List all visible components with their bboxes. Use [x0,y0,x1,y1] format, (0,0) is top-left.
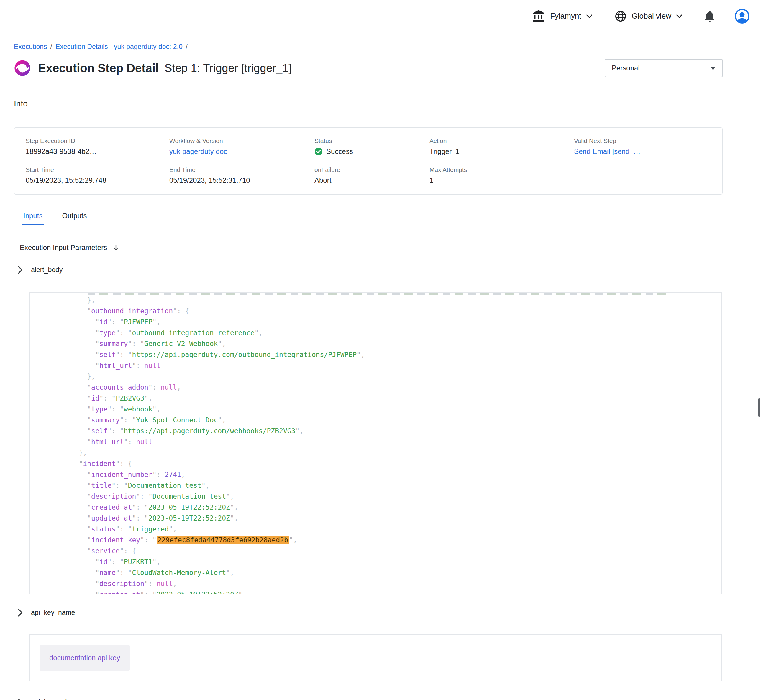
page-scrollbar-thumb[interactable] [758,398,760,417]
scope-select[interactable]: Personal [605,59,723,77]
view-selector[interactable]: Global view [614,10,683,23]
code-line: "name": "CloudWatch-Memory-Alert", [38,567,722,578]
view-label: Global view [632,11,671,20]
field-label: Max Attempts [429,166,574,173]
tab-inputs[interactable]: Inputs [22,208,44,225]
code-line: "accounts_addon": null, [38,382,722,393]
field-action: Action Trigger_1 [429,138,574,156]
api-key-name-panel: documentation api key [30,634,722,681]
field-end-time: End Time 05/19/2023, 15:52:31.710 [169,166,315,184]
info-heading: Info [14,99,723,109]
tab-outputs[interactable]: Outputs [61,208,88,225]
code-line: "id": "PUZKRT1", [38,556,722,567]
main-content: Executions/Execution Details - yuk pager… [0,42,761,700]
status-badge: Success [315,147,429,156]
field-value: 18992a43-9538-4b2… [26,147,169,156]
section-alert-body[interactable]: alert_body [14,258,723,281]
field-value: Trigger_1 [429,147,574,156]
breadcrumb-executions[interactable]: Executions [14,43,47,50]
code-line: "self": "https://api.pagerduty.com/outbo… [38,349,722,360]
field-value: 1 [429,176,574,184]
divider [14,116,723,116]
section-label: api_key_name [31,608,75,617]
breadcrumb-separator: / [186,43,188,50]
field-valid-next-step: Valid Next Step Send Email [send_… [574,138,711,156]
section-label: alert_body [31,265,63,274]
section-api-key-value[interactable]: api_key_value [14,691,723,700]
code-line: "description": null, [38,578,722,589]
api-key-name-chip: documentation api key [39,645,130,670]
chevron-right-icon [18,698,23,700]
params-heading: Execution Input Parameters [20,243,107,252]
execution-input-parameters-header: Execution Input Parameters [14,237,723,258]
field-max-attempts: Max Attempts 1 [429,166,574,184]
section-api-key-name[interactable]: api_key_name [14,601,723,624]
org-selector[interactable]: Fylamynt [532,9,592,23]
code-line: }, [38,295,722,306]
field-label: End Time [169,166,315,173]
page-title: Execution Step Detail [38,62,159,75]
json-code: }, "outbound_integration": { "id": "PJFW… [30,295,722,594]
field-start-time: Start Time 05/19/2023, 15:52:29.748 [26,166,169,184]
field-empty [574,166,711,184]
code-line: "status": "triggered", [38,524,722,534]
field-value: Abort [315,176,429,184]
code-line: "html_url": null [38,436,722,447]
chevron-right-icon [18,266,23,274]
breadcrumb: Executions/Execution Details - yuk pager… [14,42,723,51]
info-panel: Step Execution ID 18992a43-9538-4b2… Wor… [14,127,723,195]
arrow-down-icon[interactable] [112,244,120,252]
code-line: "updated_at": "2023-05-19T22:52:20Z", [38,513,722,524]
org-label: Fylamynt [550,11,581,20]
highlighted-incident-key: 229efec8feda44778d3fe692b28aed2b [157,536,289,544]
success-check-icon [315,147,323,156]
tab-bar: Inputs Outputs [14,208,723,225]
code-line: "description": "Documentation test", [38,491,722,502]
code-line: "html_url": null [38,360,722,371]
field-label: onFailure [315,166,429,173]
next-step-link[interactable]: Send Email [send_… [574,147,711,156]
code-line: "type": "outbound_integration_reference"… [38,327,722,338]
breadcrumb-separator: / [50,43,52,50]
code-line: "id": "PJFWPEP", [38,317,722,327]
divider [14,87,723,87]
code-line: "self": "https://api.pagerduty.com/webho… [38,426,722,436]
field-label: Start Time [26,166,169,173]
clipped-code-line [88,293,669,295]
code-line: "id": "PZB2VG3", [38,393,722,404]
chevron-right-icon [18,609,23,617]
workflow-link[interactable]: yuk pagerduty doc [169,147,315,156]
field-label: Status [315,138,429,144]
code-line: "service": { [38,545,722,556]
code-line: "title": "Documentation test", [38,480,722,491]
field-label: Workflow & Version [169,138,315,144]
code-line: "summary": "Yuk Spot Connect Doc", [38,415,722,426]
field-status: Status Success [315,138,429,156]
notifications-bell-icon[interactable] [703,10,716,23]
code-line: "outbound_integration": { [38,306,722,317]
bank-icon [532,9,545,23]
page-subtitle: Step 1: Trigger [trigger_1] [164,62,292,75]
page-header: Execution Step Detail Step 1: Trigger [t… [14,59,723,77]
status-text: Success [326,147,353,156]
field-label: Step Execution ID [26,138,169,144]
field-label: Valid Next Step [574,138,711,144]
top-bar: Fylamynt Global view [0,0,761,33]
field-value: 05/19/2023, 15:52:29.748 [26,176,169,184]
fylamynt-logo-icon [14,59,31,77]
section-label: api_key_value [31,698,74,700]
scope-select-value: Personal [612,64,640,72]
globe-icon [614,10,627,23]
chevron-down-icon [676,14,683,18]
field-workflow-version: Workflow & Version yuk pagerduty doc [169,138,315,156]
code-line: "incident_number": 2741, [38,469,722,480]
code-line: "incident_key": "229efec8feda44778d3fe69… [38,534,722,545]
code-line: "type": "webhook", [38,404,722,415]
json-viewer[interactable]: }, "outbound_integration": { "id": "PJFW… [30,292,722,594]
field-onfailure: onFailure Abort [315,166,429,184]
field-label: Action [429,138,574,144]
user-avatar[interactable] [734,9,750,24]
code-line: "created_at": "2023-05-19T22:52:20Z", [38,502,722,513]
breadcrumb-execution-details[interactable]: Execution Details - yuk pagerduty doc: 2… [55,43,183,50]
caret-down-icon [710,67,716,70]
